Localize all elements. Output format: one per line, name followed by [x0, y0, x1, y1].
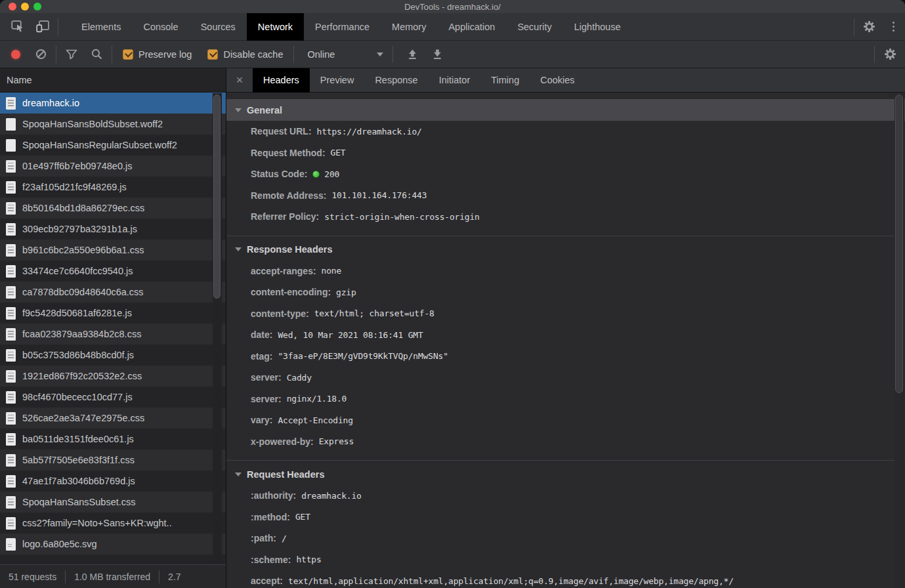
- request-name: ca7878dbc09d48640c6a.css: [22, 287, 144, 297]
- header-row: Request URL:https://dreamhack.io/: [226, 121, 905, 142]
- tab-console[interactable]: Console: [132, 13, 189, 41]
- import-har-button[interactable]: [400, 44, 425, 65]
- request-list-pane: Name dreamhack.ioSpoqaHanSansBoldSubset.…: [0, 68, 226, 588]
- request-row[interactable]: SpoqaHanSansRegularSubset.woff2: [0, 135, 226, 156]
- record-network-log-button[interactable]: [3, 44, 28, 65]
- gear-icon: [863, 20, 875, 33]
- network-settings-button[interactable]: [877, 44, 902, 65]
- section-header-request-headers[interactable]: Request Headers: [226, 463, 905, 485]
- request-row[interactable]: ca7878dbc09d48640c6a.css: [0, 282, 226, 303]
- request-row[interactable]: dreamhack.io: [0, 93, 226, 114]
- minimize-window-button[interactable]: [21, 3, 29, 10]
- section-header-general[interactable]: General: [226, 99, 905, 121]
- header-key: :authority:: [251, 490, 296, 501]
- request-row[interactable]: b05c3753d86b48b8cd0f.js: [0, 345, 226, 366]
- header-value: /: [282, 534, 287, 543]
- header-value: "3faa-eP/8E3M/gVD9t9KkTVQp/nMwSNs": [278, 351, 448, 361]
- detail-tab-cookies[interactable]: Cookies: [530, 68, 585, 93]
- tab-sources[interactable]: Sources: [190, 13, 247, 41]
- search-button[interactable]: [84, 44, 109, 65]
- devtools-window: DevTools - dreamhack.io/ ElementsConsole…: [0, 0, 905, 588]
- document-file-icon: [6, 412, 16, 425]
- request-row[interactable]: 33474ce7c6640fcc9540.js: [0, 261, 226, 282]
- header-value: text/html,application/xhtml+xml,applicat…: [288, 576, 734, 586]
- header-row: server:nginx/1.18.0: [226, 388, 905, 410]
- headers-panel: GeneralRequest URL:https://dreamhack.io/…: [226, 93, 905, 588]
- header-value: Caddy: [287, 373, 312, 383]
- column-header-name[interactable]: Name: [0, 68, 226, 93]
- header-key: date:: [251, 329, 272, 340]
- close-window-button[interactable]: [9, 3, 16, 10]
- kebab-dot: [893, 26, 895, 28]
- network-panel: Name dreamhack.ioSpoqaHanSansBoldSubset.…: [0, 68, 905, 588]
- disable-cache-checkbox[interactable]: Disable cache: [200, 49, 291, 60]
- request-row[interactable]: 01e497ff6b7eb09748e0.js: [0, 156, 226, 177]
- request-row[interactable]: 1921ed867f92c20532e2.css: [0, 366, 226, 387]
- tab-memory[interactable]: Memory: [381, 13, 437, 41]
- details-scrollbar[interactable]: [894, 93, 904, 588]
- font-file-icon: [6, 139, 16, 152]
- tab-elements[interactable]: Elements: [70, 13, 132, 41]
- close-details-button[interactable]: ×: [226, 68, 253, 93]
- detail-tab-response[interactable]: Response: [364, 68, 428, 93]
- tab-performance[interactable]: Performance: [304, 13, 381, 41]
- zoom-window-button[interactable]: [33, 3, 41, 10]
- request-row[interactable]: logo.6a80e5c.svg: [0, 534, 226, 555]
- request-row[interactable]: 309ecb92797ba3291b1a.js: [0, 219, 226, 240]
- tab-lighthouse[interactable]: Lighthouse: [563, 13, 632, 41]
- tab-application[interactable]: Application: [437, 13, 506, 41]
- request-row[interactable]: ba0511de3151fdee0c61.js: [0, 429, 226, 450]
- disclosure-triangle-icon: [235, 247, 242, 251]
- document-file-icon: [6, 160, 16, 173]
- request-row[interactable]: f23af105d21fc9f48269.js: [0, 177, 226, 198]
- inspect-element-button[interactable]: [5, 16, 30, 37]
- device-toolbar-icon: [36, 20, 50, 33]
- request-row[interactable]: b961c6bc2a550e96b6a1.css: [0, 240, 226, 261]
- tab-security[interactable]: Security: [506, 13, 562, 41]
- section-response-headers: Response Headersaccept-ranges:noneconten…: [226, 236, 905, 453]
- request-row[interactable]: 526cae2ae3a747e2975e.css: [0, 408, 226, 429]
- tab-network[interactable]: Network: [247, 13, 304, 41]
- request-row[interactable]: SpoqaHanSansBoldSubset.woff2: [0, 114, 226, 135]
- clear-network-log-button[interactable]: [28, 44, 53, 65]
- preserve-log-checkbox[interactable]: Preserve log: [115, 49, 200, 60]
- settings-button[interactable]: [857, 16, 882, 37]
- header-value: dreamhack.io: [301, 491, 362, 501]
- detail-tab-timing[interactable]: Timing: [480, 68, 530, 93]
- scrollbar-thumb[interactable]: [213, 94, 221, 299]
- window-title: DevTools - dreamhack.io/: [404, 2, 501, 12]
- status-ok-dot-icon: [312, 171, 320, 178]
- request-row[interactable]: 47ae1f7ab3046b6b769d.js: [0, 471, 226, 492]
- detail-tab-preview[interactable]: Preview: [310, 68, 365, 93]
- request-row[interactable]: 98cf4670bececc10cd77.js: [0, 387, 226, 408]
- section-header-response-headers[interactable]: Response Headers: [226, 239, 905, 261]
- checkbox-checked-icon: [207, 49, 218, 60]
- detail-tab-initiator[interactable]: Initiator: [429, 68, 481, 93]
- requests-count: 51 requests: [0, 572, 65, 582]
- request-row[interactable]: f9c5428d50681af6281e.js: [0, 303, 226, 324]
- request-row[interactable]: fcaa023879aa9384b2c8.css: [0, 324, 226, 345]
- detail-tab-headers[interactable]: Headers: [253, 68, 310, 93]
- header-row: :path:/: [226, 528, 905, 549]
- toggle-device-toolbar-button[interactable]: [30, 16, 55, 37]
- request-row[interactable]: 8b50164bd1d8a86279ec.css: [0, 198, 226, 219]
- request-row[interactable]: css2?family=Noto+Sans+KR:wght..: [0, 513, 226, 534]
- more-options-button[interactable]: [882, 22, 905, 32]
- request-row[interactable]: 5ab57f7505e6e83f3f1f.css: [0, 450, 226, 471]
- request-row[interactable]: SpoqaHanSansSubset.css: [0, 492, 226, 513]
- header-value: strict-origin-when-cross-origin: [324, 212, 479, 222]
- document-file-icon: [6, 454, 16, 467]
- preserve-log-label: Preserve log: [138, 49, 192, 60]
- request-list-scrollbar[interactable]: [213, 93, 222, 564]
- throttling-select[interactable]: Online: [297, 49, 390, 60]
- header-key: content-encoding:: [251, 287, 331, 297]
- header-row: Status Code:200: [226, 163, 905, 185]
- export-har-button[interactable]: [425, 44, 450, 65]
- header-row: Referrer Policy:strict-origin-when-cross…: [226, 206, 905, 228]
- scrollbar-thumb[interactable]: [895, 94, 903, 393]
- request-name: ba0511de3151fdee0c61.js: [22, 434, 134, 444]
- header-key: :method:: [251, 512, 290, 522]
- header-row: x-powered-by:Express: [226, 431, 905, 453]
- filter-button[interactable]: [59, 44, 84, 65]
- toolbar-divider: [392, 46, 393, 63]
